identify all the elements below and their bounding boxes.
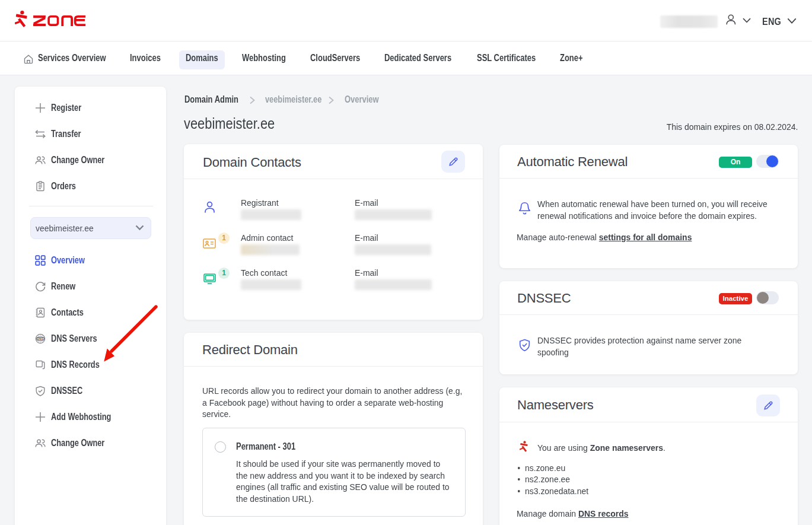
svg-text:DNS: DNS — [37, 338, 44, 341]
